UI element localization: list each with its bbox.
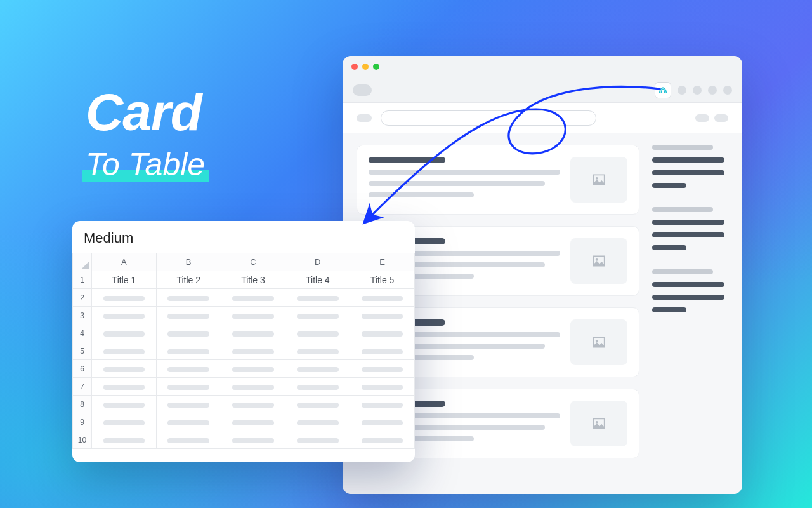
row-header[interactable]: 6 xyxy=(73,360,92,378)
grid-cell[interactable] xyxy=(350,324,415,342)
cell-placeholder xyxy=(362,314,403,319)
grid-cell[interactable]: Title 5 xyxy=(350,271,415,289)
row-header[interactable]: 2 xyxy=(73,289,92,307)
grid-cell[interactable] xyxy=(285,324,350,342)
grid-cell[interactable] xyxy=(285,431,350,449)
image-placeholder-icon xyxy=(570,238,627,284)
row-header[interactable]: 4 xyxy=(73,324,92,342)
search-input[interactable] xyxy=(381,110,596,126)
cell-placeholder xyxy=(103,403,145,408)
grid-cell[interactable] xyxy=(156,324,221,342)
grid-cell[interactable] xyxy=(156,342,221,360)
column-header[interactable]: A xyxy=(92,253,157,271)
grid-cell[interactable] xyxy=(221,307,285,324)
cell-placeholder xyxy=(167,420,209,425)
grid-cell[interactable]: Title 3 xyxy=(221,271,285,289)
grid-cell[interactable] xyxy=(350,289,415,307)
grid-cell[interactable] xyxy=(92,396,157,413)
sidebar-line xyxy=(652,145,713,150)
grid-cell[interactable] xyxy=(285,396,350,413)
grid-cell[interactable] xyxy=(285,360,350,378)
grid-cell[interactable]: Title 4 xyxy=(285,271,350,289)
grid-cell[interactable] xyxy=(285,289,350,307)
grid-cell[interactable] xyxy=(92,378,157,396)
row-header[interactable]: 1 xyxy=(73,271,92,289)
column-header[interactable]: D xyxy=(285,253,350,271)
grid-cell[interactable] xyxy=(92,360,157,378)
grid-cell[interactable] xyxy=(156,360,221,378)
nav-placeholder xyxy=(357,114,372,122)
grid-cell[interactable] xyxy=(221,342,285,360)
column-header[interactable]: E xyxy=(350,253,415,271)
grid-cell[interactable] xyxy=(92,289,157,307)
toolbar-dot-icon xyxy=(723,86,732,95)
grid-cell[interactable] xyxy=(156,396,221,413)
grid-cell[interactable] xyxy=(156,378,221,396)
svg-point-3 xyxy=(596,421,598,424)
row-header[interactable]: 7 xyxy=(73,378,92,396)
grid-cell[interactable] xyxy=(92,413,157,431)
cell-placeholder xyxy=(103,331,145,337)
grid-cell[interactable] xyxy=(221,324,285,342)
cell-placeholder xyxy=(167,331,209,337)
grid-cell[interactable] xyxy=(92,324,157,342)
window-zoom-icon[interactable] xyxy=(373,64,379,70)
row-header[interactable]: 5 xyxy=(73,342,92,360)
grid-cell[interactable] xyxy=(350,360,415,378)
grid-cell[interactable] xyxy=(156,431,221,449)
card-title-placeholder xyxy=(369,157,445,163)
grid-cell[interactable] xyxy=(350,342,415,360)
spreadsheet-window: Medium A B C D E 1Title 1Title 2Title 3T… xyxy=(72,221,415,462)
extension-icon[interactable] xyxy=(655,82,671,98)
svg-point-0 xyxy=(596,177,598,180)
cell-placeholder xyxy=(362,420,403,425)
grid-cell[interactable] xyxy=(350,396,415,413)
grid-cell[interactable] xyxy=(285,413,350,431)
grid-cell[interactable] xyxy=(350,413,415,431)
grid-cell[interactable] xyxy=(221,289,285,307)
sheet-name: Medium xyxy=(72,221,415,253)
grid-cell[interactable] xyxy=(350,307,415,324)
row-header[interactable]: 9 xyxy=(73,413,92,431)
grid-cell[interactable] xyxy=(285,342,350,360)
grid-cell[interactable]: Title 1 xyxy=(92,271,157,289)
row-header[interactable]: 3 xyxy=(73,307,92,324)
grid-cell[interactable] xyxy=(156,413,221,431)
cell-placeholder xyxy=(103,438,145,443)
grid-cell[interactable] xyxy=(156,289,221,307)
cell-placeholder xyxy=(167,385,209,390)
column-header[interactable]: C xyxy=(221,253,285,271)
cell-placeholder xyxy=(297,403,339,408)
grid-cell[interactable] xyxy=(285,378,350,396)
content-card[interactable] xyxy=(357,145,639,215)
cell-placeholder xyxy=(167,296,209,301)
grid-cell[interactable] xyxy=(92,342,157,360)
row-header[interactable]: 8 xyxy=(73,396,92,413)
grid-cell[interactable] xyxy=(92,307,157,324)
column-header[interactable]: B xyxy=(156,253,221,271)
grid-cell[interactable]: Title 2 xyxy=(156,271,221,289)
grid-cell[interactable] xyxy=(350,378,415,396)
cell-placeholder xyxy=(232,385,274,390)
grid-corner[interactable] xyxy=(73,253,92,271)
window-close-icon[interactable] xyxy=(351,64,358,70)
cell-placeholder xyxy=(232,331,274,337)
grid-cell[interactable] xyxy=(221,413,285,431)
cell-placeholder xyxy=(232,403,274,408)
toolbar-dot-icon xyxy=(708,86,717,95)
grid-cell[interactable] xyxy=(92,431,157,449)
grid-cell[interactable] xyxy=(350,431,415,449)
sheet-grid[interactable]: A B C D E 1Title 1Title 2Title 3Title 4T… xyxy=(72,253,415,462)
toolbar-placeholder xyxy=(353,84,372,96)
window-minimize-icon[interactable] xyxy=(362,64,369,70)
cell-placeholder xyxy=(167,367,209,372)
grid-cell[interactable] xyxy=(221,378,285,396)
row-header[interactable]: 10 xyxy=(73,431,92,449)
grid-cell[interactable] xyxy=(221,396,285,413)
grid-cell[interactable] xyxy=(221,431,285,449)
grid-cell[interactable] xyxy=(221,360,285,378)
sidebar-column xyxy=(652,145,728,483)
grid-cell[interactable] xyxy=(156,307,221,324)
image-placeholder-icon xyxy=(570,319,627,365)
grid-cell[interactable] xyxy=(285,307,350,324)
